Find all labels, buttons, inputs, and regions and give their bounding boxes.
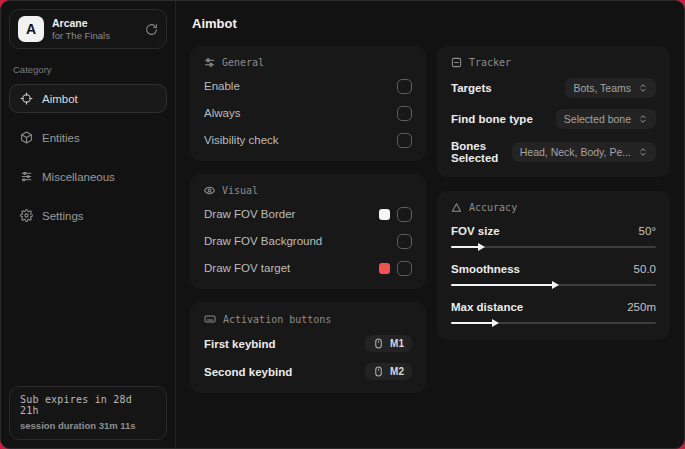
row-controls bbox=[379, 207, 412, 222]
always-checkbox[interactable] bbox=[397, 106, 412, 121]
select-value: Selected bone bbox=[564, 113, 631, 125]
setting-label: Draw FOV target bbox=[204, 262, 290, 274]
sidebar-item-aimbot[interactable]: Aimbot bbox=[9, 84, 167, 113]
bones-selected-select[interactable]: Head, Neck, Body, Pe... bbox=[512, 142, 656, 162]
slider-header: FOV size 50° bbox=[451, 225, 656, 237]
visual-card: Visual Draw FOV Border Draw FOV Backgrou… bbox=[190, 174, 426, 289]
keyboard-icon bbox=[204, 313, 216, 325]
slider-thumb[interactable] bbox=[552, 281, 559, 289]
first-keybind-button[interactable]: M1 bbox=[365, 335, 412, 352]
brand-name: Arcane bbox=[52, 17, 137, 30]
setting-label: Find bone type bbox=[451, 113, 533, 125]
setting-label: Visibility check bbox=[204, 134, 279, 146]
activation-card: Activation buttons First keybind M1 bbox=[190, 302, 426, 393]
setting-row-second-keybind: Second keybind M2 bbox=[204, 363, 412, 380]
accuracy-card-title: Accuracy bbox=[469, 202, 517, 213]
triangle-icon bbox=[451, 202, 462, 213]
find-bone-type-select[interactable]: Selected bone bbox=[556, 109, 656, 129]
fov-border-color-swatch[interactable] bbox=[379, 209, 390, 220]
setting-row-draw-fov-border: Draw FOV Border bbox=[204, 206, 412, 222]
slider-header: Smoothness 50.0 bbox=[451, 263, 656, 275]
brand-logo: A bbox=[18, 16, 44, 42]
setting-row-bones-selected: Bones Selected Head, Neck, Body, Pe... bbox=[451, 140, 656, 164]
slider-thumb[interactable] bbox=[478, 243, 485, 251]
page-title: Aimbot bbox=[192, 16, 670, 31]
general-settings-icon bbox=[204, 57, 215, 68]
setting-row-targets: Targets Bots, Teams bbox=[451, 78, 656, 98]
activation-card-header: Activation buttons bbox=[204, 313, 412, 325]
sidebar-item-label: Entities bbox=[42, 132, 80, 144]
setting-row-max-distance: Max distance 250m bbox=[451, 301, 656, 327]
slider-header: Max distance 250m bbox=[451, 301, 656, 313]
sidebar-spacer bbox=[9, 230, 167, 386]
accuracy-card-header: Accuracy bbox=[451, 202, 656, 213]
visual-card-header: Visual bbox=[204, 185, 412, 196]
refresh-icon[interactable] bbox=[145, 23, 158, 36]
setting-row-enable: Enable bbox=[204, 78, 412, 94]
setting-row-first-keybind: First keybind M1 bbox=[204, 335, 412, 352]
setting-label: Targets bbox=[451, 82, 492, 94]
accuracy-card: Accuracy FOV size 50° bbox=[437, 191, 670, 340]
setting-label: Always bbox=[204, 107, 240, 119]
fov-target-color-swatch[interactable] bbox=[379, 263, 390, 274]
slider-fill bbox=[451, 322, 494, 324]
setting-label: Draw FOV Background bbox=[204, 235, 322, 247]
eye-icon bbox=[204, 185, 215, 196]
subscription-status-card: Sub expires in 28d 21h session duration … bbox=[9, 386, 167, 440]
sidebar-item-label: Settings bbox=[42, 210, 84, 222]
brand-text: Arcane for The Finals bbox=[52, 17, 137, 42]
sidebar-nav: Aimbot Entities Mi bbox=[9, 84, 167, 230]
mouse-icon bbox=[373, 338, 384, 349]
setting-row-fov-size: FOV size 50° bbox=[451, 225, 656, 251]
cube-icon bbox=[20, 131, 33, 144]
slider-fill bbox=[451, 284, 554, 286]
category-label: Category bbox=[13, 64, 163, 75]
chevrons-up-down-icon bbox=[638, 114, 648, 124]
setting-row-visibility-check: Visibility check bbox=[204, 132, 412, 148]
smoothness-slider[interactable] bbox=[451, 281, 656, 289]
second-keybind-button[interactable]: M2 bbox=[365, 363, 412, 380]
sidebar-item-settings[interactable]: Settings bbox=[9, 201, 167, 230]
draw-fov-border-checkbox[interactable] bbox=[397, 207, 412, 222]
sidebar: A Arcane for The Finals Category bbox=[1, 1, 176, 448]
setting-row-draw-fov-background: Draw FOV Background bbox=[204, 233, 412, 249]
general-card: General Enable Always Visibility check bbox=[190, 46, 426, 161]
sliders-icon bbox=[20, 170, 33, 183]
gear-icon bbox=[20, 209, 33, 222]
draw-fov-background-checkbox[interactable] bbox=[397, 234, 412, 249]
mouse-icon bbox=[373, 366, 384, 377]
max-distance-value: 250m bbox=[627, 301, 656, 313]
left-column: General Enable Always Visibility check bbox=[190, 46, 426, 393]
general-card-header: General bbox=[204, 57, 412, 68]
setting-row-smoothness: Smoothness 50.0 bbox=[451, 263, 656, 289]
card-columns: General Enable Always Visibility check bbox=[190, 46, 670, 393]
right-column: Tracker Targets Bots, Teams bbox=[437, 46, 670, 340]
fov-size-value: 50° bbox=[639, 225, 656, 237]
visibility-check-checkbox[interactable] bbox=[397, 133, 412, 148]
main-content: Aimbot General bbox=[176, 1, 684, 448]
max-distance-slider[interactable] bbox=[451, 319, 656, 327]
brand-subtitle: for The Finals bbox=[52, 30, 137, 42]
brand-card: A Arcane for The Finals bbox=[9, 9, 167, 49]
select-value: Bots, Teams bbox=[573, 82, 631, 94]
desktop-backdrop: A Arcane for The Finals Category bbox=[0, 0, 685, 449]
keybind-value: M1 bbox=[390, 338, 404, 349]
smoothness-value: 50.0 bbox=[634, 263, 656, 275]
crosshair-icon bbox=[20, 92, 33, 105]
enable-checkbox[interactable] bbox=[397, 79, 412, 94]
slider-thumb[interactable] bbox=[492, 319, 499, 327]
targets-select[interactable]: Bots, Teams bbox=[565, 78, 656, 98]
setting-label: Smoothness bbox=[451, 263, 520, 275]
row-controls bbox=[397, 234, 412, 249]
draw-fov-target-checkbox[interactable] bbox=[397, 261, 412, 276]
setting-row-find-bone-type: Find bone type Selected bone bbox=[451, 109, 656, 129]
tracker-card-header: Tracker bbox=[451, 57, 656, 68]
setting-label: Max distance bbox=[451, 301, 523, 313]
row-controls bbox=[379, 261, 412, 276]
fov-size-slider[interactable] bbox=[451, 243, 656, 251]
general-card-title: General bbox=[222, 57, 264, 68]
sidebar-item-entities[interactable]: Entities bbox=[9, 123, 167, 152]
sidebar-item-label: Aimbot bbox=[42, 93, 78, 105]
tracker-card-title: Tracker bbox=[469, 57, 511, 68]
sidebar-item-miscellaneous[interactable]: Miscellaneous bbox=[9, 162, 167, 191]
